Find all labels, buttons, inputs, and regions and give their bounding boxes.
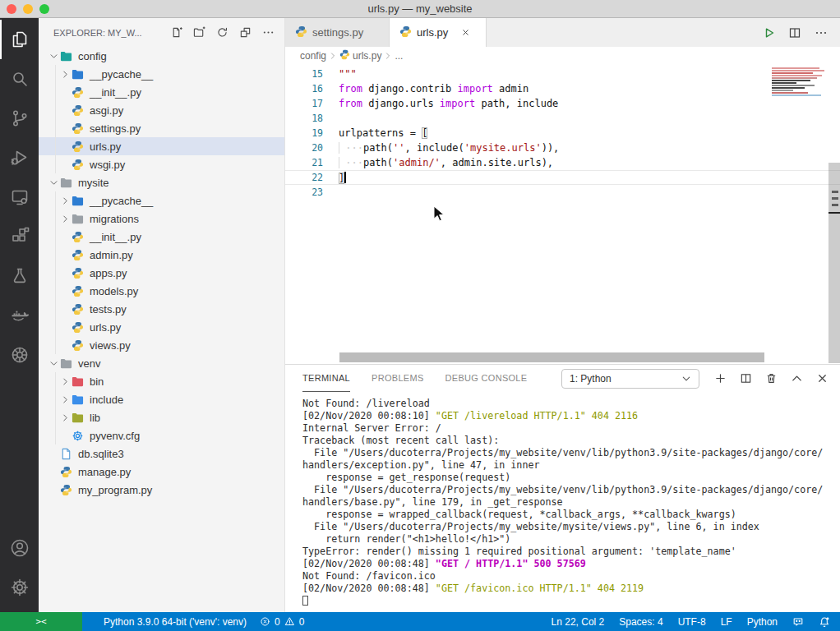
code-line[interactable]: 17from django.urls import path, include [285,96,840,111]
code-line[interactable]: 16from django.contrib import admin [285,81,840,96]
tree-item-admin.py[interactable]: admin.py [39,246,284,264]
vertical-scrollbar[interactable] [828,163,840,363]
tree-item-my_program.py[interactable]: my_program.py [39,481,284,499]
terminal-line: response = get_response(request) [302,472,840,484]
breadcrumb-item[interactable]: config [300,50,326,62]
code-line[interactable]: 15""" [285,67,840,81]
status-item-python[interactable]: Python [747,616,778,628]
breadcrumb-item[interactable]: urls.py [353,50,381,62]
more-actions-icon[interactable] [262,26,275,39]
split-terminal-icon[interactable] [740,372,752,385]
chevron-right-icon [58,214,72,223]
terminal-output[interactable]: Not Found: /livereload[02/Nov/2020 00:08… [285,392,840,612]
split-editor-icon[interactable] [788,26,801,39]
python-icon [399,25,412,40]
code-line[interactable]: 22] [285,170,840,185]
zoom-window-button[interactable] [39,4,49,14]
tree-item-asgi.py[interactable]: asgi.py [39,101,284,119]
tree-item-urls.py[interactable]: urls.py [39,137,284,155]
tree-item-models.py[interactable]: models.py [39,282,284,300]
tree-item-apps.py[interactable]: apps.py [39,264,284,282]
terminal-shell-select[interactable]: 1: Python [561,369,699,389]
status-item-lf[interactable]: LF [721,616,732,628]
new-terminal-icon[interactable] [714,372,727,385]
code-text: ···path('admin/', admin.site.urls), [323,157,553,168]
panel-tab-terminal[interactable]: TERMINAL [302,365,350,392]
maximize-panel-icon[interactable] [791,372,803,385]
code-line[interactable]: 23 [285,185,840,200]
status-item-spaces[interactable]: Spaces: 4 [619,616,662,628]
line-number: 18 [285,113,323,124]
close-panel-icon[interactable] [816,372,828,385]
status-item-ln-22[interactable]: Ln 22, Col 2 [552,616,605,628]
activity-remote-explorer[interactable] [0,177,39,217]
tree-item-tests.py[interactable]: tests.py [39,300,284,318]
run-icon[interactable] [762,26,775,39]
code-line[interactable]: 20 ···path('', include('mysite.urls')), [285,140,840,155]
feedback-icon[interactable] [792,616,804,628]
tree-item-__init__.py[interactable]: __init__.py [39,83,284,101]
close-icon[interactable] [461,28,470,37]
refresh-icon[interactable] [216,26,228,39]
tree-item-manage.py[interactable]: manage.py [39,463,284,481]
code-editor[interactable]: 15"""16from django.contrib import admin1… [285,65,840,364]
mouse-cursor [433,205,445,225]
tree-item-include[interactable]: include [39,390,284,408]
code-text: ] [323,172,346,184]
code-line[interactable]: 19urlpatterns = [ [285,126,840,140]
code-line[interactable]: 21 ···path('admin/', admin.site.urls), [285,155,840,170]
kill-terminal-icon[interactable] [765,372,778,385]
tree-item-views.py[interactable]: views.py [39,336,284,354]
terminal-shell-value: 1: Python [570,373,612,385]
tree-item-migrations[interactable]: migrations [39,210,284,228]
collapse-folders-icon[interactable] [239,26,252,39]
activity-manage[interactable] [0,568,39,607]
tree-item-wsgi.py[interactable]: wsgi.py [39,155,284,173]
activity-explorer[interactable] [0,20,39,59]
terminal-line: handlers/base.py", line 179, in _get_res… [302,496,840,509]
tree-item-label: apps.py [90,267,127,279]
tree-item-mysite[interactable]: mysite [39,173,284,191]
new-folder-icon[interactable] [193,26,205,39]
new-file-icon[interactable] [170,26,182,39]
horizontal-scrollbar[interactable] [339,352,764,362]
tree-item-label: include [90,394,123,406]
tree-item-lib[interactable]: lib [39,408,284,426]
breadcrumb-item[interactable]: ... [395,50,403,62]
tree-item-__pycache__[interactable]: __pycache__ [39,191,284,210]
code-line[interactable]: 18 [285,111,840,126]
more-actions-icon[interactable] [815,26,828,39]
tree-item-__init__.py[interactable]: __init__.py [39,228,284,246]
tab-settings.py[interactable]: settings.py [285,18,390,47]
status-item-utf-8[interactable]: UTF-8 [678,616,706,628]
tree-item-__pycache__[interactable]: __pycache__ [39,65,284,83]
activity-accounts[interactable] [0,528,39,568]
panel-tab-debug-console[interactable]: DEBUG CONSOLE [445,365,528,392]
tree-item-urls.py[interactable]: urls.py [39,318,284,336]
tree-item-bin[interactable]: bin [39,372,284,390]
minimap[interactable] [772,67,826,97]
close-window-button[interactable] [7,4,16,14]
panel-tab-problems[interactable]: PROBLEMS [372,365,424,392]
activity-source-control[interactable] [0,99,39,138]
terminal-line [302,595,840,607]
activity-extensions[interactable] [0,217,39,256]
activity-search[interactable] [0,59,39,99]
tree-item-settings.py[interactable]: settings.py [39,119,284,137]
folder-include-icon [72,393,85,406]
minimize-window-button[interactable] [23,4,33,14]
tab-urls.py[interactable]: urls.py [390,18,487,47]
tree-item-pyvenv.cfg[interactable]: pyvenv.cfg [39,426,284,444]
problems-summary[interactable]: 0 0 [260,616,304,628]
activity-docker[interactable] [0,296,39,335]
tree-item-db.sqlite3[interactable]: db.sqlite3 [39,444,284,463]
activity-testing[interactable] [0,256,39,296]
tree-item-config[interactable]: config [39,47,284,65]
tree-item-venv[interactable]: venv [39,354,284,372]
activity-run-and-debug[interactable] [0,138,39,177]
activity-gear-circle[interactable] [0,335,39,375]
python-interpreter[interactable]: Python 3.9.0 64-bit ('venv': venv) [104,616,247,628]
bell-icon[interactable] [819,616,830,628]
remote-indicator[interactable]: >< [0,612,82,631]
token-pl: path( [363,157,393,168]
